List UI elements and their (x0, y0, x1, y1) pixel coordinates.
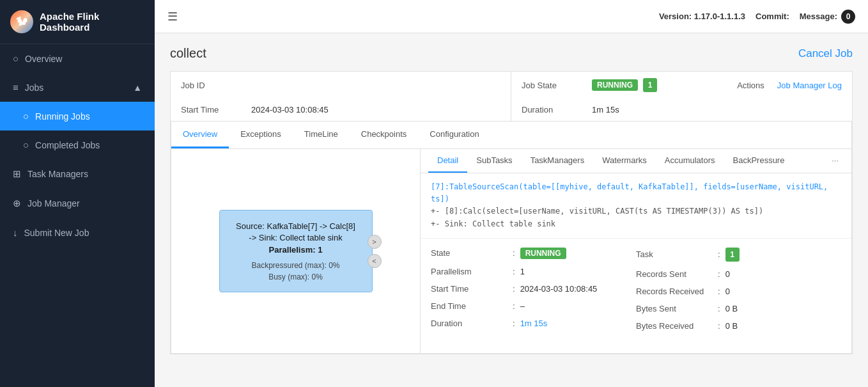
df-end-time: End Time : – (431, 297, 636, 315)
node-backpressured: Backpressured (max): 0% (233, 261, 359, 270)
menu-icon[interactable]: ☰ (167, 10, 178, 24)
sidebar-label-completed-jobs: Completed Jobs (35, 140, 100, 150)
app-title: Apache Flink Dashboard (40, 11, 144, 33)
sidebar-item-overview[interactable]: ○ Overview (0, 44, 155, 73)
submit-job-icon: ↓ (13, 227, 18, 238)
sidebar-label-task-managers: Task Managers (27, 169, 88, 179)
tab-checkpoints[interactable]: Checkpoints (350, 122, 419, 148)
job-info-card: Job ID Job State RUNNING 1 Actions Job M… (170, 71, 853, 354)
job-state-label: Job State (522, 81, 592, 90)
detail-panel: Detail SubTasks TaskManagers Watermarks … (421, 149, 851, 353)
plan-text: [7]:TableSourceScan(table=[[myhive, defa… (421, 173, 851, 239)
tab-overview[interactable]: Overview (171, 122, 229, 148)
detail-tab-watermarks[interactable]: Watermarks (593, 149, 656, 173)
page-content: collect Cancel Job Job ID Job State RUNN… (155, 33, 868, 387)
df-records-sent-value: 0 (725, 269, 730, 279)
df-bytes-sent-value: 0 B (725, 304, 738, 313)
df-records-received: Records Received : 0 (636, 283, 841, 300)
message-badge: 0 (841, 10, 855, 24)
message-label: Message: (800, 12, 837, 21)
df-bytes-received-value: 0 B (725, 321, 738, 331)
running-jobs-icon: ○ (23, 111, 29, 122)
page-header: collect Cancel Job (170, 46, 853, 61)
chevron-up-icon: ▲ (133, 83, 142, 93)
df-parallelism: Parallelism : 1 (431, 263, 636, 280)
detail-tab-subtasks[interactable]: SubTasks (467, 149, 521, 173)
df-bytes-sent: Bytes Sent : 0 B (636, 300, 841, 317)
detail-tab-taskmanagers[interactable]: TaskManagers (522, 149, 594, 173)
sidebar-item-submit-new-job[interactable]: ↓ Submit New Job (0, 218, 155, 247)
duration-label: Duration (522, 105, 592, 115)
df-parallelism-label: Parallelism (431, 267, 508, 276)
df-start-time: Start Time : 2024-03-03 10:08:45 (431, 280, 636, 297)
df-end-label: End Time (431, 301, 508, 311)
detail-tab-backpressure[interactable]: BackPressure (724, 149, 794, 173)
sidebar-item-completed-jobs[interactable]: ○ Completed Jobs (0, 130, 155, 159)
df-state-value: RUNNING (520, 248, 566, 259)
detail-fields: State : RUNNING Parallelism : 1 Start Ti… (421, 239, 851, 340)
job-state-row: Job State RUNNING 1 Actions Job Manager … (511, 72, 852, 99)
sidebar-item-task-managers[interactable]: ⊞ Task Managers (0, 159, 155, 189)
df-bytes-sent-label: Bytes Sent (636, 304, 713, 313)
df-parallelism-value: 1 (520, 267, 525, 276)
df-records-sent: Records Sent : 0 (636, 265, 841, 283)
actions-label: Actions (737, 81, 764, 90)
expand-button[interactable]: > (368, 235, 382, 249)
df-records-received-value: 0 (725, 287, 730, 296)
start-time-row: Start Time 2024-03-03 10:08:45 (171, 99, 511, 121)
df-duration-label: Duration (431, 319, 508, 328)
message-section: Message: 0 (800, 10, 855, 24)
sidebar-label-overview: Overview (25, 54, 62, 64)
df-task-label: Task (636, 249, 713, 259)
start-time-value: 2024-03-03 10:08:45 (251, 105, 329, 115)
version-label-text: Version: (659, 12, 692, 21)
df-records-received-label: Records Received (636, 287, 713, 296)
sidebar-label-job-manager: Job Manager (27, 198, 80, 209)
version-label: Version: 1.17.0-1.1.1.3 (659, 12, 745, 21)
duration-value: 1m 15s (592, 105, 619, 115)
node-busy: Busy (max): 0% (233, 272, 359, 281)
logo-icon: 🐿 (10, 10, 33, 33)
tab-timeline[interactable]: TimeLine (293, 122, 350, 148)
detail-tab-detail[interactable]: Detail (428, 149, 467, 173)
df-records-sent-label: Records Sent (636, 269, 713, 279)
df-bytes-received-label: Bytes Received (636, 321, 713, 331)
sidebar-item-jobs[interactable]: ≡ Jobs ▲ (0, 73, 155, 102)
job-manager-log-link[interactable]: Job Manager Log (777, 81, 842, 90)
start-time-label: Start Time (181, 105, 251, 115)
version-value: 1.17.0-1.1.1.3 (694, 12, 745, 21)
main-tabs: Overview Exceptions TimeLine Checkpoints… (171, 122, 852, 149)
overview-icon: ○ (13, 53, 19, 64)
df-end-value: – (520, 301, 525, 311)
plan-line3: +- Sink: Collect table sink (431, 218, 841, 230)
detail-tab-accumulators[interactable]: Accumulators (656, 149, 724, 173)
sidebar-item-running-jobs[interactable]: ○ Running Jobs (0, 102, 155, 130)
plan-line2: +- [8]:Calc(select=[userName, visitURL, … (431, 205, 841, 217)
topbar: ☰ Version: 1.17.0-1.1.1.3 Commit: Messag… (155, 0, 868, 33)
tab-configuration[interactable]: Configuration (418, 122, 490, 148)
node-box[interactable]: Source: KafkaTable[7] -> Calc[8]-> Sink:… (219, 210, 373, 292)
commit-label: Commit: (756, 12, 789, 21)
node-title: Source: KafkaTable[7] -> Calc[8]-> Sink:… (233, 221, 359, 256)
df-bytes-received: Bytes Received : 0 B (636, 317, 841, 335)
df-duration: Duration : 1m 15s (431, 315, 636, 332)
job-state-badge: RUNNING (592, 79, 638, 91)
overview-panel: Source: KafkaTable[7] -> Calc[8]-> Sink:… (171, 149, 852, 354)
app-logo: 🐿 Apache Flink Dashboard (0, 0, 155, 44)
cancel-job-button[interactable]: Cancel Job (798, 47, 853, 60)
df-duration-value: 1m 15s (520, 319, 548, 328)
tab-exceptions[interactable]: Exceptions (229, 122, 293, 148)
sidebar-label-submit-new-job: Submit New Job (24, 228, 89, 238)
job-info-grid: Job ID Job State RUNNING 1 Actions Job M… (171, 72, 852, 122)
df-start-value: 2024-03-03 10:08:45 (520, 284, 598, 294)
node-parallelism: Parallelism: 1 (269, 245, 323, 255)
sidebar-label-running-jobs: Running Jobs (35, 111, 90, 122)
graph-area: Source: KafkaTable[7] -> Calc[8]-> Sink:… (171, 149, 421, 353)
detail-tab-more-icon[interactable]: ··· (826, 149, 844, 173)
df-state-label: State (431, 248, 508, 258)
collapse-button[interactable]: < (368, 254, 382, 268)
sidebar-item-job-manager[interactable]: ⊕ Job Manager (0, 189, 155, 218)
plan-line1: [7]:TableSourceScan(table=[[myhive, defa… (431, 181, 841, 205)
job-manager-icon: ⊕ (13, 198, 21, 209)
job-id-label: Job ID (181, 81, 251, 90)
